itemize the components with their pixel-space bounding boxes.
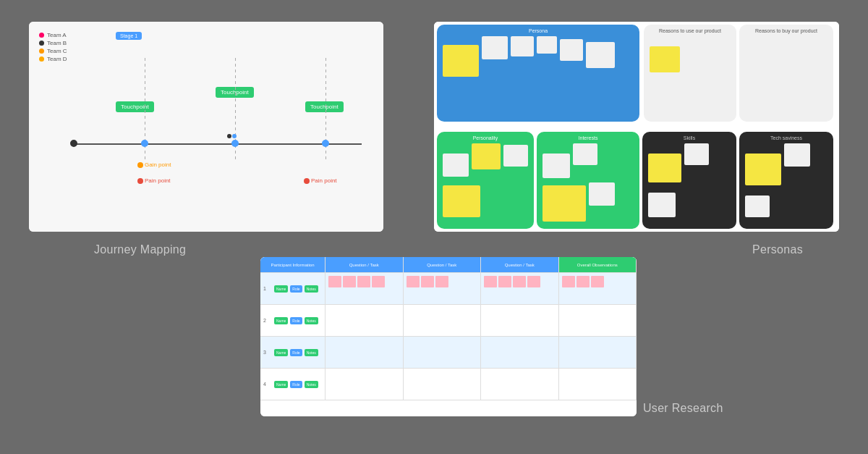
personality-zone: Personality — [437, 132, 534, 229]
header-q2: Question / Task — [404, 257, 482, 272]
reasons-use-zone: Reasons to use our product — [644, 25, 736, 122]
journey-mapping-card[interactable]: Team A Team B Team C Team D Stage 1 Touc… — [29, 22, 383, 232]
pain-dot-1 — [137, 178, 143, 184]
interests-zone: Interests — [537, 132, 639, 229]
participant-cell-1: 1 Name Role Notes — [260, 273, 326, 304]
personas-label: Personas — [752, 243, 803, 256]
ur-row-2: 2 Name Role Notes — [260, 305, 637, 337]
journey-mapping-label: Journey Mapping — [94, 243, 186, 256]
user-research-label: User Research — [643, 402, 723, 415]
data-cell-2-2 — [404, 305, 482, 336]
stage-badge: Stage 1 — [116, 32, 142, 40]
data-cell-2-3 — [481, 305, 559, 336]
touchpoint-1: Touchpoint — [116, 101, 154, 112]
data-cell-1-2 — [404, 273, 482, 304]
ur-row-1: 1 Name Role Notes — [260, 273, 637, 305]
gain-point-label: Gain point — [145, 161, 171, 168]
data-cell-3-overall — [559, 337, 637, 368]
user-research-card[interactable]: Participant Information Question / Task … — [260, 257, 637, 416]
ur-row-3: 3 Name Role Notes — [260, 337, 637, 369]
ur-header: Participant Information Question / Task … — [260, 257, 637, 273]
participant-cell-2: 2 Name Role Notes — [260, 305, 326, 336]
main-canvas: Team A Team B Team C Team D Stage 1 Touc… — [0, 0, 868, 454]
skills-label: Skills — [684, 135, 695, 140]
jm-legend: Team A Team B Team C Team D — [39, 32, 67, 64]
data-cell-4-overall — [559, 369, 637, 400]
personality-label: Personality — [473, 135, 498, 140]
data-cell-2-overall — [559, 305, 637, 336]
interests-label: Interests — [579, 135, 598, 140]
data-cell-1-overall — [559, 273, 637, 304]
gain-dot — [137, 162, 143, 168]
persona-zone: Persona — [437, 25, 639, 122]
reasons-use-label: Reasons to use our product — [659, 28, 721, 33]
ur-row-4: 4 Name Role Notes — [260, 369, 637, 400]
pain-point-2: Pain point — [311, 177, 337, 184]
journey-mapping-inner: Team A Team B Team C Team D Stage 1 Touc… — [29, 22, 383, 232]
participant-cell-3: 3 Name Role Notes — [260, 337, 326, 368]
reasons-buy-label: Reasons to buy our product — [755, 28, 817, 33]
pain-point-1: Pain point — [145, 177, 171, 184]
tech-saviness-zone: Tech saviness — [739, 132, 833, 229]
participant-cell-4: 4 Name Role Notes — [260, 369, 326, 400]
data-cell-1-1 — [326, 273, 404, 304]
tech-saviness-label: Tech saviness — [770, 135, 802, 140]
reasons-buy-zone: Reasons to buy our product — [739, 25, 833, 122]
header-q1: Question / Task — [326, 257, 404, 272]
skills-zone: Skills — [642, 132, 736, 229]
data-cell-3-3 — [481, 337, 559, 368]
data-cell-4-3 — [481, 369, 559, 400]
pain-dot-2 — [304, 178, 310, 184]
node-2 — [231, 140, 239, 147]
personas-inner: Persona Reasons to use our product Reaso… — [434, 22, 839, 232]
header-participant: Participant Information — [260, 257, 326, 272]
header-q3: Question / Task — [481, 257, 559, 272]
node-start — [70, 140, 77, 147]
data-cell-1-3 — [481, 273, 559, 304]
header-overall: Overall Observations — [559, 257, 637, 272]
user-research-inner: Participant Information Question / Task … — [260, 257, 637, 416]
multi-dot — [227, 134, 237, 138]
timeline — [72, 143, 362, 145]
persona-label: Persona — [529, 28, 548, 33]
touchpoint-3: Touchpoint — [305, 101, 344, 112]
data-cell-4-1 — [326, 369, 404, 400]
data-cell-4-2 — [404, 369, 482, 400]
data-cell-3-1 — [326, 337, 404, 368]
data-cell-2-1 — [326, 305, 404, 336]
node-3 — [322, 140, 329, 147]
personas-card[interactable]: Persona Reasons to use our product Reaso… — [434, 22, 839, 232]
node-1 — [141, 140, 148, 147]
data-cell-3-2 — [404, 337, 482, 368]
